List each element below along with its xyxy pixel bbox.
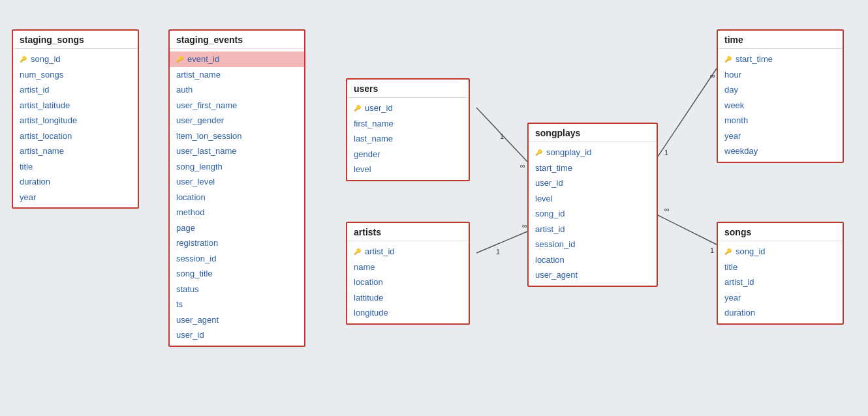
- diagram-canvas: 1 ∞ 1 ∞ 1 ∞ ∞ 1 staging_songs song_id nu…: [0, 0, 868, 416]
- table-title-staging-events: staging_events: [170, 31, 304, 49]
- field-user-level: user_level: [170, 174, 304, 190]
- field-location: location: [347, 275, 469, 290]
- field-artist-location: artist_location: [13, 128, 138, 144]
- field-start-time: start_time: [529, 160, 657, 176]
- pk-icon-event: [176, 55, 184, 63]
- field-month: month: [718, 113, 843, 128]
- svg-text:1: 1: [710, 246, 714, 254]
- field-user-id: user_id: [347, 100, 469, 116]
- svg-text:∞: ∞: [520, 162, 525, 170]
- field-year-s: year: [718, 290, 843, 306]
- table-fields-songs: song_id title artist_id year duration: [718, 241, 843, 323]
- svg-line-6: [658, 68, 717, 156]
- field-user-id-sp: user_id: [529, 175, 657, 191]
- table-artists: artists artist_id name location lattitud…: [346, 222, 470, 325]
- field-song-id-s: song_id: [718, 244, 843, 260]
- table-title-artists: artists: [347, 223, 469, 241]
- field-ts: ts: [170, 297, 304, 312]
- field-num-songs: num_songs: [13, 67, 138, 83]
- field-user-id: user_id: [170, 327, 304, 343]
- field-first-name: first_name: [347, 116, 469, 132]
- field-session-id: session_id: [170, 251, 304, 267]
- pk-icon-user: [354, 104, 362, 112]
- svg-line-3: [476, 231, 527, 253]
- table-fields-users: user_id first_name last_name gender leve…: [347, 98, 469, 180]
- field-song-length: song_length: [170, 159, 304, 175]
- field-method: method: [170, 205, 304, 220]
- field-page: page: [170, 220, 304, 236]
- field-title-s: title: [718, 260, 843, 275]
- field-auth: auth: [170, 82, 304, 98]
- svg-text:1: 1: [664, 149, 668, 156]
- pk-icon-artist: [354, 248, 362, 256]
- field-year-t: year: [718, 128, 843, 144]
- table-fields-staging-events: event_id artist_name auth user_first_nam…: [170, 49, 304, 346]
- field-day: day: [718, 82, 843, 98]
- table-users: users user_id first_name last_name gende…: [346, 78, 470, 181]
- field-hour: hour: [718, 67, 843, 83]
- field-lattitude: lattitude: [347, 290, 469, 306]
- field-level-sp: level: [529, 191, 657, 207]
- table-fields-songplays: songplay_id start_time user_id level son…: [529, 142, 657, 286]
- table-title-staging-songs: staging_songs: [13, 31, 138, 49]
- field-name: name: [347, 260, 469, 275]
- table-title-users: users: [347, 80, 469, 98]
- field-song-id-sp: song_id: [529, 206, 657, 222]
- field-location-sp: location: [529, 252, 657, 268]
- svg-text:1: 1: [496, 248, 500, 256]
- field-user-gender: user_gender: [170, 113, 304, 128]
- field-year: year: [13, 190, 138, 205]
- field-duration-s: duration: [718, 305, 843, 321]
- field-artist-id-sp: artist_id: [529, 222, 657, 237]
- field-event-id: event_id: [170, 52, 304, 67]
- table-title-time: time: [718, 31, 843, 49]
- field-longitude: longitude: [347, 305, 469, 321]
- table-fields-artists: artist_id name location lattitude longit…: [347, 241, 469, 323]
- field-user-first-name: user_first_name: [170, 98, 304, 113]
- field-artist-name: artist_name: [13, 143, 138, 159]
- pk-icon-time: [724, 55, 732, 63]
- field-user-agent-sp: user_agent: [529, 267, 657, 283]
- field-song-id: song_id: [13, 52, 138, 67]
- svg-line-9: [658, 215, 717, 245]
- table-title-songplays: songplays: [529, 124, 657, 142]
- field-registration: registration: [170, 235, 304, 251]
- field-song-title: song_title: [170, 266, 304, 282]
- field-week: week: [718, 98, 843, 113]
- table-songplays: songplays songplay_id start_time user_id…: [527, 123, 658, 287]
- field-title: title: [13, 159, 138, 175]
- field-duration: duration: [13, 174, 138, 190]
- pk-icon: [20, 55, 27, 63]
- svg-text:∞: ∞: [664, 205, 670, 213]
- field-user-agent: user_agent: [170, 312, 304, 328]
- svg-text:∞: ∞: [522, 222, 527, 230]
- field-gender: gender: [347, 147, 469, 162]
- table-staging-songs: staging_songs song_id num_songs artist_i…: [12, 29, 139, 209]
- field-songplay-id: songplay_id: [529, 145, 657, 160]
- field-weekday: weekday: [718, 143, 843, 159]
- field-artist-id-s: artist_id: [718, 275, 843, 290]
- svg-text:1: 1: [500, 132, 504, 140]
- field-artist-name: artist_name: [170, 67, 304, 83]
- field-artist-id: artist_id: [13, 82, 138, 98]
- pk-icon-songplay: [535, 149, 543, 156]
- field-user-last-name: user_last_name: [170, 143, 304, 159]
- field-last-name: last_name: [347, 131, 469, 147]
- field-artist-id: artist_id: [347, 244, 469, 260]
- field-session-id-sp: session_id: [529, 237, 657, 252]
- field-artist-latitude: artist_latitude: [13, 98, 138, 113]
- field-status: status: [170, 282, 304, 297]
- field-level: level: [347, 162, 469, 177]
- table-staging-events: staging_events event_id artist_name auth…: [168, 29, 305, 347]
- field-item-ion-session: item_ion_session: [170, 128, 304, 144]
- table-fields-time: start_time hour day week month year week…: [718, 49, 843, 162]
- pk-icon-songs: [724, 248, 732, 256]
- table-time: time start_time hour day week month year…: [717, 29, 844, 163]
- table-fields-staging-songs: song_id num_songs artist_id artist_latit…: [13, 49, 138, 207]
- svg-text:∞: ∞: [710, 72, 715, 80]
- field-location: location: [170, 190, 304, 205]
- field-start-time-t: start_time: [718, 52, 843, 67]
- table-title-songs: songs: [718, 223, 843, 241]
- table-songs: songs song_id title artist_id year durat…: [717, 222, 844, 325]
- svg-line-0: [476, 108, 527, 162]
